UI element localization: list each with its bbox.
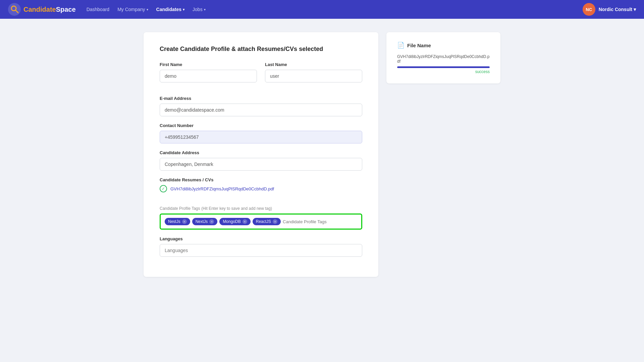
tag-remove-nestjs[interactable]: × [182, 219, 187, 224]
resume-check-icon: ✓ [160, 185, 167, 192]
name-row: First Name Last Name [160, 62, 362, 89]
tags-section: Candidate Profile Tags (Hit Enter key to… [160, 206, 362, 230]
address-group: Candidate Address [160, 150, 362, 171]
nav-dashboard[interactable]: Dashboard [87, 7, 110, 12]
nav-my-company[interactable]: My Company ▾ [117, 7, 148, 12]
tag-text-input[interactable] [283, 219, 339, 224]
my-company-chevron: ▾ [147, 8, 148, 11]
upload-status: success [397, 69, 490, 74]
candidates-chevron: ▾ [183, 8, 184, 11]
tag-remove-mongodb[interactable]: × [243, 219, 247, 224]
resume-row: ✓ GVH7di8ibJyzlrRDFZiqmsJuqPlSRqdDe0Ccbh… [160, 185, 362, 192]
languages-group: Languages [160, 236, 362, 257]
navbar: CandidateSpace Dashboard My Company ▾ Ca… [0, 0, 644, 19]
side-panel-title: 📄 File Name [397, 42, 490, 49]
tag-label-nextjs: NextJs [196, 219, 208, 224]
email-label: E-mail Address [160, 96, 362, 101]
email-input[interactable] [160, 104, 362, 116]
navbar-right: NC Nordic Consult ▾ [583, 3, 636, 16]
tag-remove-nextjs[interactable]: × [209, 219, 214, 224]
resume-label: Candidate Resumes / CVs [160, 177, 362, 182]
email-group: E-mail Address [160, 96, 362, 116]
form-card: Create Candidate Profile & attach Resume… [144, 32, 378, 277]
side-panel-title-text: File Name [407, 43, 431, 48]
side-panel: 📄 File Name GVH7di8ibJyzlrRDFZiqmsJuqPlS… [386, 32, 500, 83]
tag-chip-mongodb[interactable]: MongoDB × [219, 218, 250, 225]
nav-links: Dashboard My Company ▾ Candidates ▾ Jobs… [87, 7, 572, 12]
first-name-input[interactable] [160, 70, 257, 82]
page-title: Create Candidate Profile & attach Resume… [160, 46, 362, 53]
resume-file-link[interactable]: GVH7di8ibJyzlrRDFZiqmsJuqPlSRqdDe0CcbhdD… [170, 186, 274, 191]
address-input[interactable] [160, 158, 362, 171]
jobs-chevron: ▾ [204, 8, 206, 11]
company-chevron: ▾ [634, 7, 636, 12]
side-panel-file-name: GVH7di8ibJyzlrRDFZiqmsJuqPlSRqdDe0CcbhdD… [397, 54, 490, 64]
resume-group: Candidate Resumes / CVs ✓ GVH7di8ibJyzlr… [160, 177, 362, 199]
languages-label: Languages [160, 236, 362, 241]
tag-chip-nestjs[interactable]: NestJs × [165, 218, 190, 225]
contact-label: Contact Number [160, 123, 362, 128]
upload-progress-bar [397, 66, 490, 68]
tags-label: Candidate Profile Tags (Hit Enter key to… [160, 206, 362, 211]
brand-logo-link[interactable]: CandidateSpace [8, 3, 76, 16]
tag-chip-nextjs[interactable]: NextJs × [192, 218, 218, 225]
tag-label-reactjs: ReactJS [256, 219, 271, 224]
tag-chip-reactjs[interactable]: ReactJS × [253, 218, 281, 225]
address-label: Candidate Address [160, 150, 362, 155]
first-name-group: First Name [160, 62, 257, 82]
contact-input[interactable] [160, 131, 362, 143]
contact-group: Contact Number [160, 123, 362, 143]
tag-label-mongodb: MongoDB [223, 219, 240, 224]
tags-input-container[interactable]: NestJs × NextJs × MongoDB × ReactJS × [160, 214, 362, 230]
brand-text: CandidateSpace [23, 6, 76, 13]
file-icon: 📄 [397, 42, 405, 49]
last-name-group: Last Name [265, 62, 362, 82]
nav-candidates[interactable]: Candidates ▾ [156, 7, 184, 12]
last-name-label: Last Name [265, 62, 362, 67]
nav-jobs[interactable]: Jobs ▾ [193, 7, 206, 12]
svg-point-0 [8, 3, 21, 16]
first-name-label: First Name [160, 62, 257, 67]
avatar[interactable]: NC [583, 3, 595, 16]
languages-input[interactable] [160, 244, 362, 257]
tags-hint: (Hit Enter key to save and add new tag) [201, 206, 272, 211]
tag-remove-reactjs[interactable]: × [273, 219, 277, 224]
tag-label-nestjs: NestJs [168, 219, 180, 224]
company-name[interactable]: Nordic Consult ▾ [599, 7, 636, 12]
upload-progress-fill [397, 66, 490, 68]
last-name-input[interactable] [265, 70, 362, 82]
